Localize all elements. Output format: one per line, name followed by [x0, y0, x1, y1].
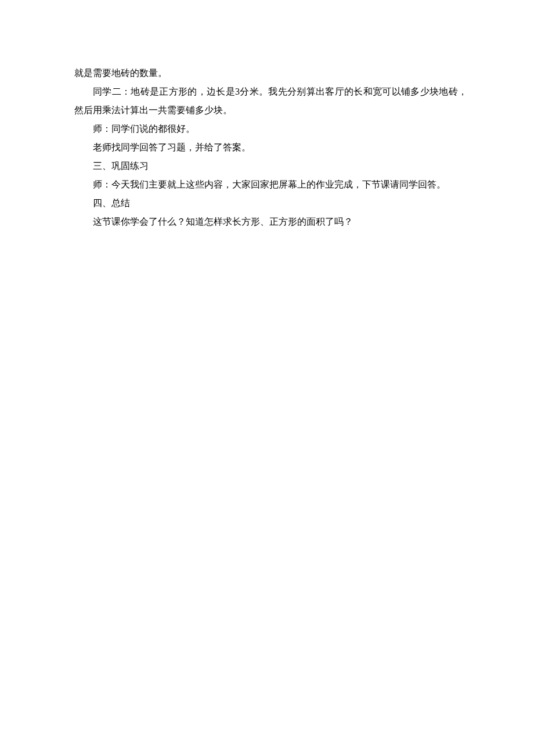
- paragraph-line: 师：同学们说的都很好。: [74, 120, 467, 138]
- document-body: 就是需要地砖的数量。 同学二：地砖是正方形的，边长是3分米。我先分别算出客厅的长…: [74, 64, 467, 231]
- paragraph-line: 三、巩固练习: [74, 157, 467, 175]
- paragraph-line: 师：今天我们主要就上这些内容，大家回家把屏幕上的作业完成，下节课请同学回答。: [74, 175, 467, 194]
- paragraph-line: 老师找同学回答了习题，并给了答案。: [74, 138, 467, 157]
- paragraph-line: 四、总结: [74, 194, 467, 213]
- paragraph-line: 同学二：地砖是正方形的，边长是3分米。我先分别算出客厅的长和宽可以铺多少块地砖，…: [74, 82, 467, 120]
- paragraph-line: 就是需要地砖的数量。: [74, 64, 467, 82]
- paragraph-line: 这节课你学会了什么？知道怎样求长方形、正方形的面积了吗？: [74, 213, 467, 231]
